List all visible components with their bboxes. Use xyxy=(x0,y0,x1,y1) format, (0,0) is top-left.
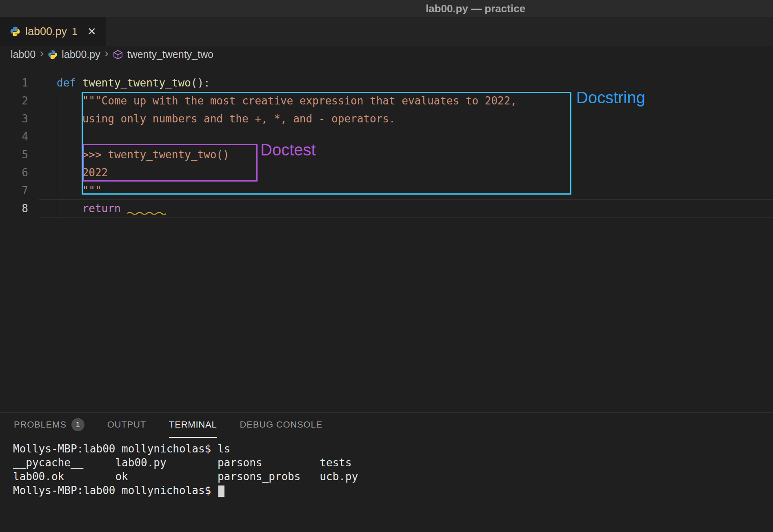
breadcrumb-symbol[interactable]: twenty_twenty_two xyxy=(127,49,213,60)
tab-bar: lab00.py 1 ✕ xyxy=(0,17,773,46)
code-lines: 1def twenty_twenty_two():2 """Come up wi… xyxy=(0,74,773,217)
panel-tab-label: DEBUG CONSOLE xyxy=(240,419,322,430)
panel-tab-label: PROBLEMS xyxy=(14,419,67,430)
code-line-6[interactable]: 6 2022 xyxy=(0,164,773,182)
problems-count-badge: 1 xyxy=(71,418,84,431)
terminal-line: lab00.ok ok parsons_probs ucb.py xyxy=(13,470,773,483)
window-title: lab00.py — practice xyxy=(426,2,525,15)
terminal-line: Mollys-MBP:lab00 mollynicholas$ ls xyxy=(13,442,773,456)
panel-tab-label: TERMINAL xyxy=(169,419,217,430)
terminal-cursor xyxy=(218,485,224,497)
missing-expression-squiggle xyxy=(127,211,166,215)
line-number: 3 xyxy=(0,110,39,128)
code-text: """Come up with the most creative expres… xyxy=(39,92,517,110)
python-icon xyxy=(10,26,20,37)
line-number: 5 xyxy=(0,146,39,164)
breadcrumb: lab00 › lab00.py › twenty_twenty_two xyxy=(0,46,773,62)
panel-tab-output[interactable]: OUTPUT xyxy=(107,412,146,438)
tab-modified-badge: 1 xyxy=(72,26,78,38)
line-number: 4 xyxy=(0,128,39,146)
terminal-line: __pycache__ lab00.py parsons tests xyxy=(13,456,773,470)
breadcrumb-folder[interactable]: lab00 xyxy=(11,49,36,60)
panel-tab-terminal[interactable]: TERMINAL xyxy=(169,412,217,438)
line-number: 2 xyxy=(0,92,39,110)
code-text: using only numbers and the +, *, and - o… xyxy=(39,110,395,128)
panel-tab-problems[interactable]: PROBLEMS1 xyxy=(14,412,84,438)
line-number: 8 xyxy=(0,200,39,217)
panel-tab-label: OUTPUT xyxy=(107,419,146,430)
code-line-8[interactable]: 8 return xyxy=(0,200,773,217)
code-text: >>> twenty_twenty_two() xyxy=(39,146,229,164)
python-icon xyxy=(48,49,58,59)
code-line-1[interactable]: 1def twenty_twenty_two(): xyxy=(0,74,773,92)
tab-close-icon[interactable]: ✕ xyxy=(87,25,96,38)
chevron-right-icon: › xyxy=(40,46,44,60)
code-line-2[interactable]: 2 """Come up with the most creative expr… xyxy=(0,92,773,110)
tab-label: lab00.py xyxy=(25,25,67,38)
chevron-right-icon: › xyxy=(104,46,109,60)
titlebar: lab00.py — practice xyxy=(0,0,773,17)
terminal-output[interactable]: Mollys-MBP:lab00 mollynicholas$ ls__pyca… xyxy=(0,438,773,497)
code-text: def twenty_twenty_two(): xyxy=(39,74,210,92)
code-text xyxy=(39,128,57,146)
bottom-panel: PROBLEMS1OUTPUTTERMINALDEBUG CONSOLE Mol… xyxy=(0,412,773,532)
line-number: 1 xyxy=(0,74,39,92)
code-line-3[interactable]: 3 using only numbers and the +, *, and -… xyxy=(0,110,773,128)
panel-tab-bar: PROBLEMS1OUTPUTTERMINALDEBUG CONSOLE xyxy=(0,412,773,438)
code-line-7[interactable]: 7 """ xyxy=(0,182,773,200)
code-text: 2022 xyxy=(39,164,108,182)
panel-tab-debug-console[interactable]: DEBUG CONSOLE xyxy=(240,412,322,438)
tab-lab00-py[interactable]: lab00.py 1 ✕ xyxy=(0,17,106,46)
breadcrumb-file[interactable]: lab00.py xyxy=(62,49,100,60)
vscode-window: lab00.py — practice lab00.py 1 ✕ lab00 ›… xyxy=(0,0,773,532)
terminal-line: Mollys-MBP:lab00 mollynicholas$ xyxy=(13,483,773,497)
code-line-4[interactable]: 4 xyxy=(0,128,773,146)
code-text: """ xyxy=(39,182,102,200)
code-editor[interactable]: 1def twenty_twenty_two():2 """Come up wi… xyxy=(0,62,773,412)
line-number: 7 xyxy=(0,182,39,200)
line-number: 6 xyxy=(0,164,39,182)
code-text: return xyxy=(39,200,166,217)
symbol-namespace-icon xyxy=(113,49,123,60)
code-line-5[interactable]: 5 >>> twenty_twenty_two() xyxy=(0,146,773,164)
